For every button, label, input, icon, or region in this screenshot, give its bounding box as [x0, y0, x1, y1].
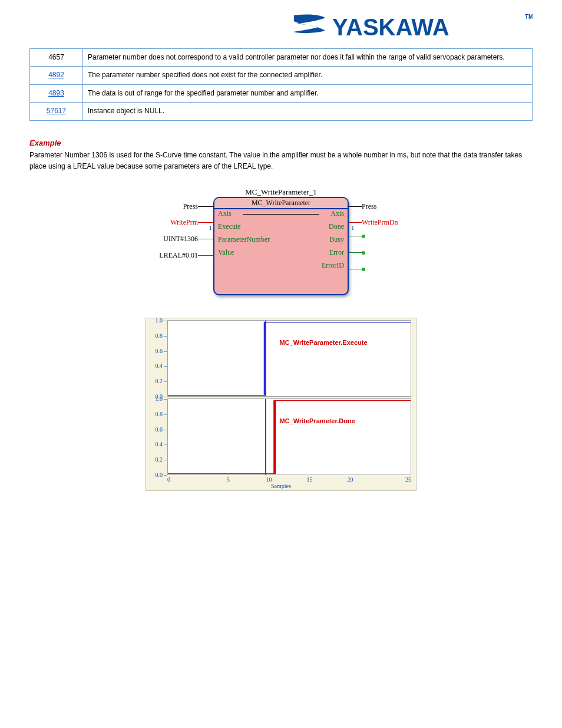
scope-cursor [265, 399, 266, 475]
plot-execute: 1.0 0.8 0.6 0.4 0.2 0.0 MC_WriteParamete… [167, 320, 411, 397]
fb-port-right: Busy [329, 235, 344, 243]
x-label: Samples [146, 483, 416, 490]
axis-pass-through-line [243, 214, 319, 215]
error-desc: The data is out of range for the specifi… [83, 84, 533, 102]
fb-right-label: WritePrmDn [362, 218, 398, 227]
example-heading: Example [29, 139, 533, 147]
fb-instance-name: MC_WriteParameter_1 [166, 187, 396, 197]
table-row: 57617 Instance object is NULL. [30, 103, 533, 120]
example-text: Parameter Number 1306 is used for the S-… [29, 150, 533, 172]
error-desc: The parameter number specified does not … [83, 67, 533, 84]
step-line [168, 399, 411, 475]
error-desc: Parameter number does not correspond to … [83, 49, 533, 67]
fb-port-left: Value [218, 248, 234, 256]
error-desc: Instance object is NULL. [83, 103, 533, 120]
fb-left-value: 1 [209, 224, 213, 231]
trademark-symbol: TM [525, 14, 533, 20]
fb-port-left: ParameterNumber [218, 235, 270, 243]
output-dot-icon [362, 268, 365, 271]
fb-left-label: WritePrm [170, 218, 198, 227]
plot-done: 1.0 0.8 0.6 0.4 0.2 0.0 MC_WritePrameter… [167, 398, 411, 475]
timing-chart: 1.0 0.8 0.6 0.4 0.2 0.0 MC_WriteParamete… [29, 318, 533, 491]
yaskawa-logo-svg: YASKAWA TM [291, 11, 533, 44]
svg-text:YASKAWA: YASKAWA [332, 14, 449, 40]
fb-port-left: Execute [218, 222, 241, 230]
fb-port-left: Axis [218, 209, 232, 218]
fb-box: MC_WriteParameter Axis Axis Execute Done… [213, 197, 349, 295]
table-row: 4893 The data is out of range for the sp… [30, 84, 533, 102]
fb-left-label: LREAL#0.01 [159, 251, 198, 260]
fb-type-name: MC_WriteParameter [214, 198, 348, 209]
scope-cursor [265, 321, 266, 396]
fb-port-right: Done [329, 222, 344, 230]
trace-label: MC_WritePrameter.Done [280, 417, 355, 424]
step-line [168, 321, 411, 396]
x-ticks: 0 5 10 15 20 25 [167, 476, 411, 483]
output-dot-icon [362, 251, 365, 255]
brand-logo: YASKAWA TM [29, 11, 533, 44]
trace-label: MC_WriteParameter.Execute [280, 339, 368, 346]
error-id-link[interactable]: 4892 [48, 71, 64, 79]
fb-port-right: ErrorID [322, 261, 344, 269]
error-table: 4657 Parameter number does not correspon… [29, 48, 533, 121]
fb-right-value: 1 [351, 224, 355, 231]
fb-left-label: Press [183, 202, 198, 211]
table-row: 4892 The parameter number specified does… [30, 67, 533, 84]
function-block-diagram: MC_WriteParameter_1 Press WritePrm 1 UIN… [29, 187, 533, 295]
fb-right-label: Press [362, 202, 376, 211]
table-row: 4657 Parameter number does not correspon… [30, 49, 533, 67]
fb-left-label: UINT#1306 [163, 235, 198, 243]
error-id-link[interactable]: 57617 [47, 107, 66, 115]
fb-port-right: Error [329, 248, 344, 256]
output-dot-icon [362, 235, 365, 238]
fb-port-right: Axis [330, 209, 344, 218]
error-id-link[interactable]: 4893 [48, 89, 64, 97]
error-id: 4657 [48, 53, 64, 61]
